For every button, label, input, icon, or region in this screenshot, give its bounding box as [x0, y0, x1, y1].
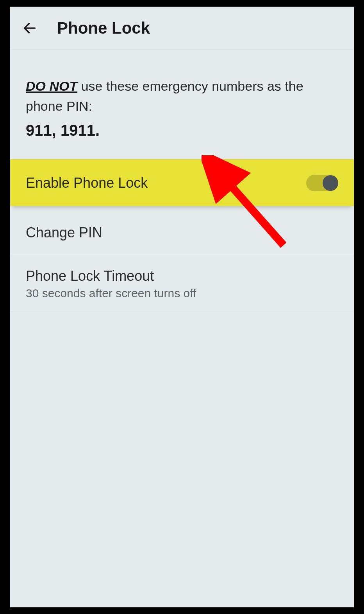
header: Phone Lock — [10, 7, 354, 50]
warning-text: DO NOT use these emergency numbers as th… — [10, 50, 354, 159]
enable-phone-lock-toggle[interactable] — [306, 175, 338, 191]
enable-phone-lock-row[interactable]: Enable Phone Lock — [10, 159, 354, 206]
phone-screen: Phone Lock DO NOT use these emergency nu… — [10, 7, 354, 607]
back-arrow-icon[interactable] — [21, 20, 38, 37]
timeout-text: Phone Lock Timeout 30 seconds after scre… — [26, 268, 196, 300]
warning-numbers: 911, 1911. — [26, 118, 338, 142]
timeout-label: Phone Lock Timeout — [26, 268, 196, 284]
warning-do-not: DO NOT — [26, 79, 77, 93]
phone-lock-timeout-row[interactable]: Phone Lock Timeout 30 seconds after scre… — [10, 256, 354, 312]
content: DO NOT use these emergency numbers as th… — [10, 50, 354, 607]
enable-phone-lock-label: Enable Phone Lock — [26, 175, 148, 191]
timeout-sub: 30 seconds after screen turns off — [26, 287, 196, 300]
page-title: Phone Lock — [57, 19, 150, 38]
change-pin-label: Change PIN — [26, 224, 102, 241]
change-pin-row[interactable]: Change PIN — [10, 209, 354, 256]
toggle-knob — [323, 175, 338, 191]
